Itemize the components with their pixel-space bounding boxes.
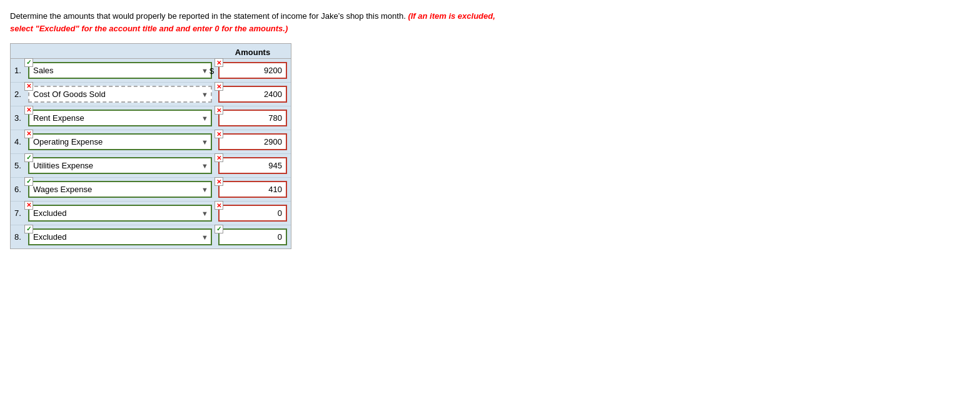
account-select-1[interactable]: SalesCost Of Goods SoldRent ExpenseOpera… xyxy=(28,62,212,79)
select-badge-5: ✓ xyxy=(24,153,33,162)
row-num-4: 4. xyxy=(14,137,28,146)
row-num-5: 5. xyxy=(14,161,28,170)
table-row: 8.✓SalesCost Of Goods SoldRent ExpenseOp… xyxy=(11,225,291,248)
select-badge-4: ✕ xyxy=(24,130,33,138)
select-wrapper-7: ✕SalesCost Of Goods SoldRent ExpenseOper… xyxy=(28,205,212,222)
account-select-7[interactable]: SalesCost Of Goods SoldRent ExpenseOpera… xyxy=(28,205,212,222)
amount-badge-3: ✕ xyxy=(215,106,223,115)
row-num-8: 8. xyxy=(14,232,28,242)
amount-input-7[interactable] xyxy=(218,205,287,222)
table-row: 7.✕SalesCost Of Goods SoldRent ExpenseOp… xyxy=(11,202,291,225)
select-wrapper-4: ✕SalesCost Of Goods SoldRent ExpenseOper… xyxy=(28,133,212,150)
amount-badge-7: ✕ xyxy=(215,201,223,210)
amount-wrapper-8: ✓ xyxy=(218,228,287,245)
amount-badge-6: ✕ xyxy=(215,177,223,186)
amount-input-8[interactable] xyxy=(218,228,287,245)
instruction-text: Determine the amounts that would properl… xyxy=(10,10,498,34)
select-badge-3: ✕ xyxy=(24,106,33,115)
table-row: 6.✓SalesCost Of Goods SoldRent ExpenseOp… xyxy=(11,178,291,202)
main-table: Amounts 1.✓SalesCost Of Goods SoldRent E… xyxy=(10,43,291,249)
amount-badge-4: ✕ xyxy=(215,130,223,138)
amount-input-1[interactable] xyxy=(218,62,287,79)
amount-wrapper-4: ✕ xyxy=(218,133,287,150)
select-badge-7: ✕ xyxy=(24,201,33,210)
table-row: 1.✓SalesCost Of Goods SoldRent ExpenseOp… xyxy=(11,59,291,83)
amount-badge-2: ✕ xyxy=(215,82,223,91)
amount-input-4[interactable] xyxy=(218,133,287,150)
account-select-2[interactable]: SalesCost Of Goods SoldRent ExpenseOpera… xyxy=(28,86,212,103)
dollar-sign-1: $ xyxy=(210,66,214,75)
instruction-normal: Determine the amounts that would properl… xyxy=(10,11,406,21)
amount-badge-8: ✓ xyxy=(215,225,223,233)
amount-input-5[interactable] xyxy=(218,157,287,174)
row-num-2: 2. xyxy=(14,90,28,99)
row-num-1: 1. xyxy=(14,66,28,75)
amount-wrapper-5: ✕ xyxy=(218,157,287,174)
amount-input-2[interactable] xyxy=(218,86,287,103)
account-select-3[interactable]: SalesCost Of Goods SoldRent ExpenseOpera… xyxy=(28,110,212,126)
table-header-row: Amounts xyxy=(11,44,291,59)
select-wrapper-6: ✓SalesCost Of Goods SoldRent ExpenseOper… xyxy=(28,181,212,198)
amount-badge-5: ✕ xyxy=(215,153,223,162)
select-badge-2: ✕ xyxy=(24,82,33,91)
amounts-column-header: Amounts xyxy=(218,48,287,57)
account-select-5[interactable]: SalesCost Of Goods SoldRent ExpenseOpera… xyxy=(28,157,212,174)
amount-wrapper-7: ✕ xyxy=(218,205,287,222)
amount-wrapper-2: ✕ xyxy=(218,86,287,103)
select-badge-1: ✓ xyxy=(24,58,33,67)
row-num-6: 6. xyxy=(14,185,28,194)
select-wrapper-5: ✓SalesCost Of Goods SoldRent ExpenseOper… xyxy=(28,157,212,174)
select-wrapper-2: ✕SalesCost Of Goods SoldRent ExpenseOper… xyxy=(28,86,212,103)
table-row: 4.✕SalesCost Of Goods SoldRent ExpenseOp… xyxy=(11,130,291,154)
select-wrapper-3: ✕SalesCost Of Goods SoldRent ExpenseOper… xyxy=(28,110,212,126)
select-wrapper-1: ✓SalesCost Of Goods SoldRent ExpenseOper… xyxy=(28,62,212,79)
row-num-7: 7. xyxy=(14,208,28,218)
account-select-4[interactable]: SalesCost Of Goods SoldRent ExpenseOpera… xyxy=(28,133,212,150)
account-select-8[interactable]: SalesCost Of Goods SoldRent ExpenseOpera… xyxy=(28,228,212,245)
table-row: 5.✓SalesCost Of Goods SoldRent ExpenseOp… xyxy=(11,154,291,178)
row-num-3: 3. xyxy=(14,113,28,123)
amount-wrapper-6: ✕ xyxy=(218,181,287,198)
account-select-6[interactable]: SalesCost Of Goods SoldRent ExpenseOpera… xyxy=(28,181,212,198)
amount-input-6[interactable] xyxy=(218,181,287,198)
select-badge-6: ✓ xyxy=(24,177,33,186)
table-row: 3.✕SalesCost Of Goods SoldRent ExpenseOp… xyxy=(11,106,291,130)
table-row: 2.✕SalesCost Of Goods SoldRent ExpenseOp… xyxy=(11,83,291,106)
amount-wrapper-1: $✕ xyxy=(218,62,287,79)
select-wrapper-8: ✓SalesCost Of Goods SoldRent ExpenseOper… xyxy=(28,228,212,245)
amount-wrapper-3: ✕ xyxy=(218,110,287,126)
amount-badge-1: ✕ xyxy=(215,58,223,67)
rows-container: 1.✓SalesCost Of Goods SoldRent ExpenseOp… xyxy=(11,59,291,248)
select-badge-8: ✓ xyxy=(24,225,33,233)
amount-input-3[interactable] xyxy=(218,110,287,126)
header-spacer xyxy=(14,48,218,57)
